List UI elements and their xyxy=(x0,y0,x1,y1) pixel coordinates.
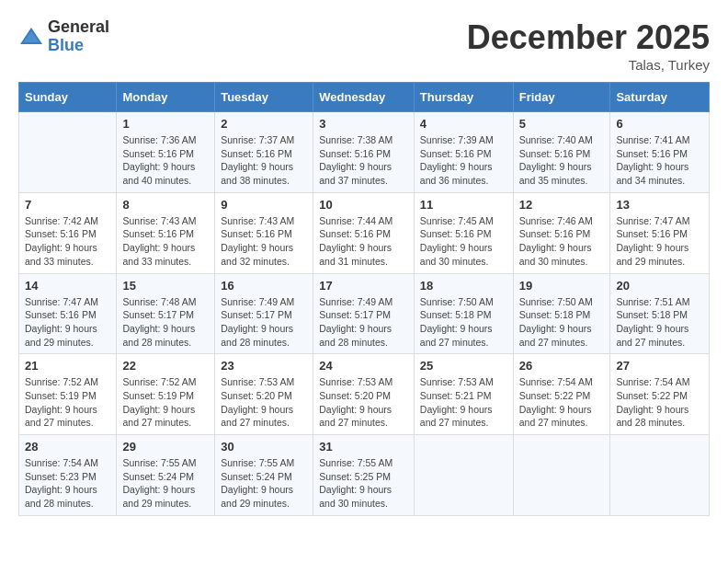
calendar-cell: 1Sunrise: 7:36 AM Sunset: 5:16 PM Daylig… xyxy=(117,112,215,193)
day-number: 30 xyxy=(221,440,307,454)
day-number: 4 xyxy=(420,117,507,131)
cell-text: Sunrise: 7:43 AM Sunset: 5:16 PM Dayligh… xyxy=(122,214,209,269)
weekday-header-row: SundayMondayTuesdayWednesdayThursdayFrid… xyxy=(19,83,710,112)
day-number: 19 xyxy=(519,279,605,293)
calendar-cell: 15Sunrise: 7:48 AM Sunset: 5:17 PM Dayli… xyxy=(117,273,215,354)
week-row-1: 1Sunrise: 7:36 AM Sunset: 5:16 PM Daylig… xyxy=(19,112,710,193)
cell-text: Sunrise: 7:41 AM Sunset: 5:16 PM Dayligh… xyxy=(616,133,703,188)
logo-icon xyxy=(18,24,44,50)
cell-text: Sunrise: 7:37 AM Sunset: 5:16 PM Dayligh… xyxy=(221,133,307,188)
cell-text: Sunrise: 7:38 AM Sunset: 5:16 PM Dayligh… xyxy=(319,133,408,188)
calendar-cell: 21Sunrise: 7:52 AM Sunset: 5:19 PM Dayli… xyxy=(19,354,117,435)
calendar-cell: 2Sunrise: 7:37 AM Sunset: 5:16 PM Daylig… xyxy=(215,112,313,193)
logo-general: General xyxy=(48,18,109,37)
day-number: 13 xyxy=(616,198,703,212)
calendar-cell: 17Sunrise: 7:49 AM Sunset: 5:17 PM Dayli… xyxy=(313,273,415,354)
cell-text: Sunrise: 7:47 AM Sunset: 5:16 PM Dayligh… xyxy=(616,214,703,269)
weekday-header-friday: Friday xyxy=(513,83,610,112)
page-header: General Blue December 2025 Talas, Turkey xyxy=(18,18,710,73)
calendar-cell: 28Sunrise: 7:54 AM Sunset: 5:23 PM Dayli… xyxy=(19,435,117,516)
day-number: 18 xyxy=(420,279,507,293)
day-number: 5 xyxy=(519,117,605,131)
location: Talas, Turkey xyxy=(467,57,710,73)
calendar-cell: 24Sunrise: 7:53 AM Sunset: 5:20 PM Dayli… xyxy=(313,354,415,435)
cell-text: Sunrise: 7:52 AM Sunset: 5:19 PM Dayligh… xyxy=(25,375,110,430)
weekday-header-sunday: Sunday xyxy=(19,83,117,112)
day-number: 3 xyxy=(319,117,408,131)
day-number: 6 xyxy=(616,117,703,131)
calendar-cell xyxy=(513,435,610,516)
day-number: 22 xyxy=(122,359,209,373)
logo-text: General Blue xyxy=(48,18,109,55)
calendar-cell: 12Sunrise: 7:46 AM Sunset: 5:16 PM Dayli… xyxy=(513,192,610,273)
day-number: 31 xyxy=(319,440,408,454)
day-number: 20 xyxy=(616,279,703,293)
calendar-cell: 20Sunrise: 7:51 AM Sunset: 5:18 PM Dayli… xyxy=(610,273,710,354)
calendar-cell: 19Sunrise: 7:50 AM Sunset: 5:18 PM Dayli… xyxy=(513,273,610,354)
day-number: 26 xyxy=(519,359,605,373)
cell-text: Sunrise: 7:54 AM Sunset: 5:22 PM Dayligh… xyxy=(519,375,605,430)
calendar-cell: 7Sunrise: 7:42 AM Sunset: 5:16 PM Daylig… xyxy=(19,192,117,273)
day-number: 9 xyxy=(221,198,307,212)
cell-text: Sunrise: 7:50 AM Sunset: 5:18 PM Dayligh… xyxy=(420,295,507,350)
week-row-3: 14Sunrise: 7:47 AM Sunset: 5:16 PM Dayli… xyxy=(19,273,710,354)
cell-text: Sunrise: 7:49 AM Sunset: 5:17 PM Dayligh… xyxy=(221,295,307,350)
logo: General Blue xyxy=(18,18,109,55)
cell-text: Sunrise: 7:53 AM Sunset: 5:20 PM Dayligh… xyxy=(319,375,408,430)
day-number: 24 xyxy=(319,359,408,373)
calendar-cell: 26Sunrise: 7:54 AM Sunset: 5:22 PM Dayli… xyxy=(513,354,610,435)
weekday-header-monday: Monday xyxy=(117,83,215,112)
calendar-cell: 16Sunrise: 7:49 AM Sunset: 5:17 PM Dayli… xyxy=(215,273,313,354)
cell-text: Sunrise: 7:45 AM Sunset: 5:16 PM Dayligh… xyxy=(420,214,507,269)
day-number: 10 xyxy=(319,198,408,212)
cell-text: Sunrise: 7:54 AM Sunset: 5:23 PM Dayligh… xyxy=(25,456,110,511)
day-number: 15 xyxy=(122,279,209,293)
calendar-cell: 29Sunrise: 7:55 AM Sunset: 5:24 PM Dayli… xyxy=(117,435,215,516)
week-row-2: 7Sunrise: 7:42 AM Sunset: 5:16 PM Daylig… xyxy=(19,192,710,273)
weekday-header-saturday: Saturday xyxy=(610,83,710,112)
cell-text: Sunrise: 7:55 AM Sunset: 5:25 PM Dayligh… xyxy=(319,456,408,511)
title-block: December 2025 Talas, Turkey xyxy=(467,18,710,73)
logo-blue: Blue xyxy=(48,37,109,55)
calendar-cell: 14Sunrise: 7:47 AM Sunset: 5:16 PM Dayli… xyxy=(19,273,117,354)
day-number: 12 xyxy=(519,198,605,212)
day-number: 8 xyxy=(122,198,209,212)
week-row-5: 28Sunrise: 7:54 AM Sunset: 5:23 PM Dayli… xyxy=(19,435,710,516)
calendar-cell: 13Sunrise: 7:47 AM Sunset: 5:16 PM Dayli… xyxy=(610,192,710,273)
calendar-cell: 18Sunrise: 7:50 AM Sunset: 5:18 PM Dayli… xyxy=(414,273,513,354)
calendar-cell: 5Sunrise: 7:40 AM Sunset: 5:16 PM Daylig… xyxy=(513,112,610,193)
cell-text: Sunrise: 7:50 AM Sunset: 5:18 PM Dayligh… xyxy=(519,295,605,350)
calendar-cell: 31Sunrise: 7:55 AM Sunset: 5:25 PM Dayli… xyxy=(313,435,415,516)
calendar-cell: 9Sunrise: 7:43 AM Sunset: 5:16 PM Daylig… xyxy=(215,192,313,273)
calendar-body: 1Sunrise: 7:36 AM Sunset: 5:16 PM Daylig… xyxy=(19,112,710,516)
cell-text: Sunrise: 7:51 AM Sunset: 5:18 PM Dayligh… xyxy=(616,295,703,350)
calendar-header: SundayMondayTuesdayWednesdayThursdayFrid… xyxy=(19,83,710,112)
cell-text: Sunrise: 7:54 AM Sunset: 5:22 PM Dayligh… xyxy=(616,375,703,430)
day-number: 2 xyxy=(221,117,307,131)
day-number: 23 xyxy=(221,359,307,373)
day-number: 21 xyxy=(25,359,110,373)
calendar-cell: 10Sunrise: 7:44 AM Sunset: 5:16 PM Dayli… xyxy=(313,192,415,273)
day-number: 17 xyxy=(319,279,408,293)
calendar-cell: 27Sunrise: 7:54 AM Sunset: 5:22 PM Dayli… xyxy=(610,354,710,435)
calendar-cell: 8Sunrise: 7:43 AM Sunset: 5:16 PM Daylig… xyxy=(117,192,215,273)
cell-text: Sunrise: 7:36 AM Sunset: 5:16 PM Dayligh… xyxy=(122,133,209,188)
cell-text: Sunrise: 7:53 AM Sunset: 5:20 PM Dayligh… xyxy=(221,375,307,430)
weekday-header-tuesday: Tuesday xyxy=(215,83,313,112)
cell-text: Sunrise: 7:52 AM Sunset: 5:19 PM Dayligh… xyxy=(122,375,209,430)
cell-text: Sunrise: 7:39 AM Sunset: 5:16 PM Dayligh… xyxy=(420,133,507,188)
month-year: December 2025 xyxy=(467,18,710,57)
cell-text: Sunrise: 7:49 AM Sunset: 5:17 PM Dayligh… xyxy=(319,295,408,350)
calendar-cell: 25Sunrise: 7:53 AM Sunset: 5:21 PM Dayli… xyxy=(414,354,513,435)
calendar-cell: 6Sunrise: 7:41 AM Sunset: 5:16 PM Daylig… xyxy=(610,112,710,193)
calendar-cell: 23Sunrise: 7:53 AM Sunset: 5:20 PM Dayli… xyxy=(215,354,313,435)
day-number: 16 xyxy=(221,279,307,293)
calendar-cell xyxy=(19,112,117,193)
calendar-cell xyxy=(414,435,513,516)
week-row-4: 21Sunrise: 7:52 AM Sunset: 5:19 PM Dayli… xyxy=(19,354,710,435)
cell-text: Sunrise: 7:53 AM Sunset: 5:21 PM Dayligh… xyxy=(420,375,507,430)
calendar-cell: 3Sunrise: 7:38 AM Sunset: 5:16 PM Daylig… xyxy=(313,112,415,193)
cell-text: Sunrise: 7:47 AM Sunset: 5:16 PM Dayligh… xyxy=(25,295,110,350)
day-number: 1 xyxy=(122,117,209,131)
cell-text: Sunrise: 7:44 AM Sunset: 5:16 PM Dayligh… xyxy=(319,214,408,269)
